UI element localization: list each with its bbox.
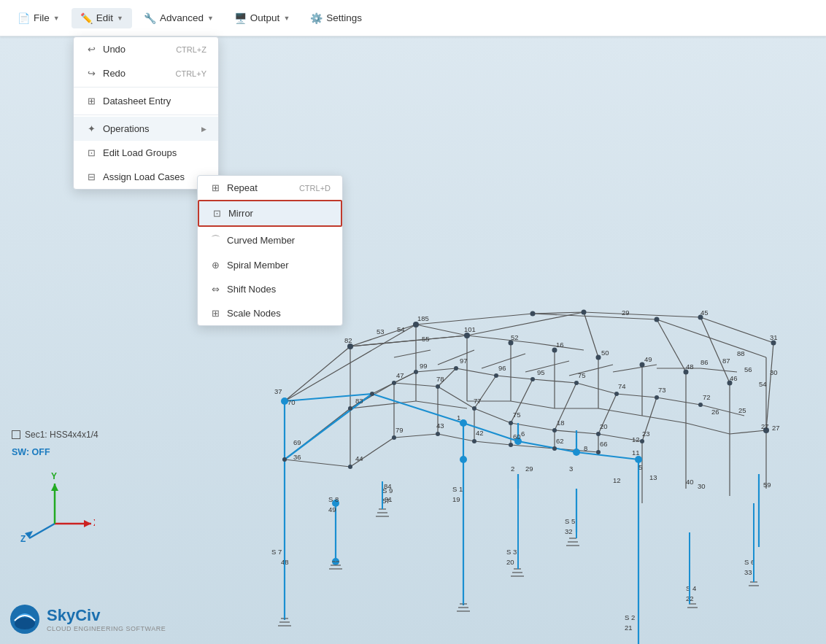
redo-label: Redo: [103, 68, 126, 79]
repeat-item[interactable]: ⊞ Repeat CTRL+D: [198, 176, 342, 200]
svg-text:72: 72: [703, 393, 711, 401]
svg-text:56: 56: [744, 365, 752, 373]
output-menu-button[interactable]: 🖥️ Output ▼: [225, 8, 298, 28]
svg-text:79: 79: [395, 426, 404, 434]
svg-text:37: 37: [274, 387, 282, 395]
section-checkbox[interactable]: [12, 430, 20, 439]
divider-1: [74, 87, 218, 88]
svg-text:12: 12: [613, 476, 621, 484]
svg-point-142: [348, 465, 352, 469]
svg-point-136: [436, 384, 440, 389]
svg-text:36: 36: [293, 453, 301, 461]
svg-text:S 1: S 1: [452, 485, 463, 493]
svg-text:87: 87: [722, 357, 730, 365]
edit-load-groups-item[interactable]: ⊡ Edit Load Groups: [74, 141, 218, 165]
logo-tagline: CLOUD ENGINEERING SOFTWARE: [47, 625, 166, 632]
mirror-item[interactable]: ⊡ Mirror: [198, 200, 342, 227]
file-menu-button[interactable]: 📄 File ▼: [9, 8, 69, 28]
spiral-member-icon: ⊕: [209, 260, 221, 271]
svg-text:18: 18: [557, 419, 565, 427]
svg-text:27: 27: [761, 422, 769, 430]
svg-text:5: 5: [638, 463, 642, 471]
mirror-icon: ⊡: [211, 208, 223, 219]
repeat-label: Repeat: [227, 182, 258, 193]
svg-text:88: 88: [737, 349, 745, 357]
redo-item[interactable]: ↪ Redo CTRL+Y: [74, 61, 218, 85]
svg-point-155: [635, 456, 642, 463]
shift-nodes-icon: ⇔: [209, 284, 221, 295]
svg-text:40: 40: [686, 478, 694, 486]
svg-text:13: 13: [649, 473, 657, 481]
svg-point-125: [414, 370, 418, 374]
svg-point-110: [347, 344, 353, 349]
svg-text:83: 83: [355, 397, 363, 405]
svg-text:S 5: S 5: [565, 517, 575, 525]
edit-label: Edit: [96, 12, 113, 23]
edit-menu-button[interactable]: ✏️ Edit ▼: [72, 8, 132, 28]
svg-text:S 4: S 4: [686, 584, 696, 592]
svg-point-137: [472, 406, 476, 411]
shift-nodes-item[interactable]: ⇔ Shift Nodes: [198, 277, 342, 301]
svg-text:185: 185: [417, 314, 429, 322]
curved-member-item[interactable]: ⌒ Curved Member: [198, 227, 342, 253]
svg-point-149: [282, 457, 287, 462]
svg-text:57: 57: [382, 497, 390, 505]
assign-load-cases-icon: ⊟: [85, 171, 97, 182]
svg-text:23: 23: [642, 430, 650, 438]
mirror-label: Mirror: [228, 208, 253, 219]
settings-menu-button[interactable]: ⚙️ Settings: [301, 8, 371, 28]
settings-icon: ⚙️: [310, 12, 323, 24]
svg-text:8: 8: [584, 444, 587, 452]
svg-point-152: [460, 456, 467, 463]
svg-text:53: 53: [377, 327, 385, 335]
operations-item[interactable]: ✦ Operations: [74, 117, 218, 141]
svg-text:49: 49: [644, 355, 652, 363]
svg-text:69: 69: [293, 438, 301, 446]
svg-text:Z: Z: [20, 534, 26, 544]
sw-text: SW: OFF: [12, 447, 50, 457]
logo-brand: SkyCiv: [47, 606, 166, 625]
undo-item[interactable]: ↩ Undo CTRL+Z: [74, 37, 218, 61]
divider-2: [74, 115, 218, 115]
section-label: Sec1: HSS4x4x1/4: [12, 430, 99, 440]
advanced-icon: 🔧: [144, 12, 156, 24]
svg-text:2: 2: [511, 465, 514, 473]
svg-text:86: 86: [700, 358, 709, 366]
advanced-chevron: ▼: [207, 15, 214, 22]
svg-text:62: 62: [556, 437, 564, 445]
svg-text:27: 27: [772, 424, 780, 432]
advanced-menu-button[interactable]: 🔧 Advanced ▼: [135, 8, 223, 28]
svg-point-133: [370, 392, 374, 396]
svg-text:66: 66: [600, 440, 608, 448]
svg-text:75: 75: [513, 411, 521, 419]
svg-point-147: [552, 446, 557, 451]
skyciv-logo-icon: [9, 603, 41, 635]
svg-text:77: 77: [474, 397, 482, 405]
svg-point-148: [596, 450, 601, 454]
spiral-member-label: Spiral Member: [227, 260, 289, 271]
operations-label: Operations: [103, 123, 150, 134]
svg-text:29: 29: [622, 309, 630, 317]
svg-point-140: [596, 432, 601, 436]
undo-icon: ↩: [85, 44, 97, 55]
svg-point-138: [509, 421, 513, 425]
logo-text: SkyCiv CLOUD ENGINEERING SOFTWARE: [47, 606, 166, 632]
svg-point-134: [348, 406, 352, 411]
svg-point-122: [596, 355, 601, 360]
svg-marker-281: [84, 520, 91, 527]
datasheet-item[interactable]: ⊞ Datasheet Entry: [74, 89, 218, 113]
svg-text:82: 82: [344, 336, 352, 344]
section-text: Sec1: HSS4x4x1/4: [25, 430, 99, 440]
undo-shortcut: CTRL+Z: [176, 45, 206, 54]
svg-text:44: 44: [355, 454, 363, 462]
svg-text:74: 74: [618, 382, 626, 390]
svg-text:96: 96: [498, 364, 506, 372]
svg-text:26: 26: [711, 408, 719, 416]
svg-text:78: 78: [436, 375, 444, 383]
scale-nodes-item[interactable]: ⊞ Scale Nodes: [198, 301, 342, 325]
svg-text:X: X: [93, 518, 95, 528]
scale-nodes-icon: ⊞: [209, 308, 221, 319]
spiral-member-item[interactable]: ⊕ Spiral Member: [198, 253, 342, 277]
datasheet-icon: ⊞: [85, 96, 97, 106]
svg-point-112: [464, 333, 470, 338]
